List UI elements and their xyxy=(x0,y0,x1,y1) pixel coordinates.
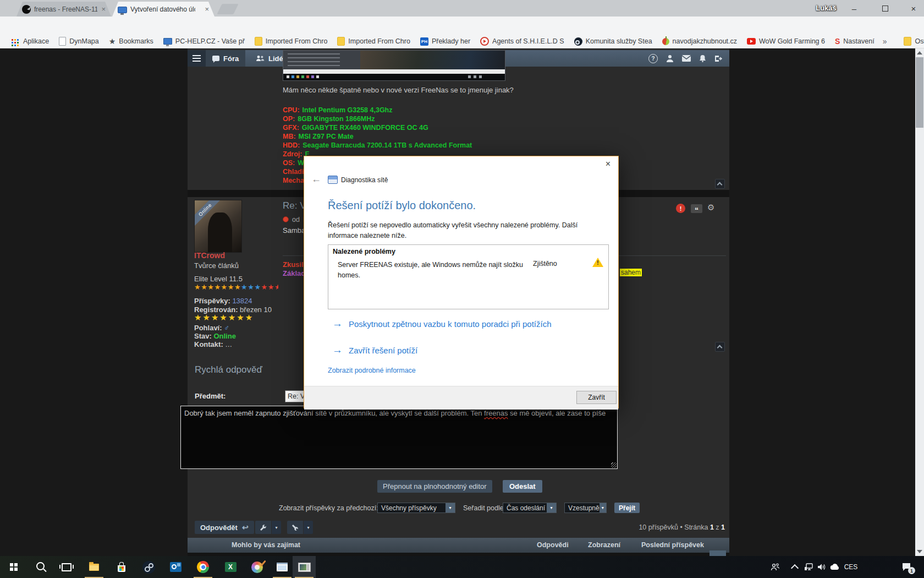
image-viewer-button[interactable] xyxy=(293,556,316,578)
chevron-down-icon[interactable]: ▾ xyxy=(272,521,281,534)
taskbar-search-button[interactable] xyxy=(30,556,53,578)
dialog-close-button[interactable]: Zavřít xyxy=(576,391,617,404)
bookmark-apps[interactable]: Aplikace xyxy=(6,37,54,45)
bookmark-label: Aplikace xyxy=(23,37,49,45)
bookmark-preklady[interactable]: PHPřeklady her xyxy=(415,37,475,46)
scrollbar-up-arrow[interactable] xyxy=(917,51,922,54)
chrome-button[interactable] xyxy=(191,556,215,578)
reply-button[interactable]: Odpovědět ↩ xyxy=(195,521,254,534)
browser-tab-strip: freenas - FreeNAS-11.1-U × Vytvoření dat… xyxy=(0,0,924,17)
browser-scrollbar[interactable] xyxy=(915,48,924,556)
people-tray-button[interactable] xyxy=(768,556,782,578)
post-attachment-image[interactable] xyxy=(283,50,505,81)
dialog-close-icon[interactable]: × xyxy=(606,159,610,169)
bookmark-navod[interactable]: navodjakzhubnout.cz xyxy=(657,37,742,45)
paint-button[interactable] xyxy=(245,556,268,578)
username-link[interactable]: ITCrowd xyxy=(194,251,225,260)
navbar-right-icons: ? xyxy=(648,50,723,67)
bookmark-nastaveni[interactable]: SNastavení xyxy=(830,37,879,46)
chevron-down-icon[interactable]: ▾ xyxy=(304,521,313,534)
posts-filter-select[interactable]: Všechny příspěvky ▾ xyxy=(377,503,455,513)
go-button[interactable]: Přejít xyxy=(614,503,640,513)
online-ribbon: Online xyxy=(194,200,225,230)
unread-post-icon[interactable] xyxy=(283,216,289,222)
windows-logo-icon xyxy=(10,563,13,566)
file-explorer-button[interactable] xyxy=(82,556,106,578)
page-total: 1 xyxy=(721,524,725,531)
sort-select[interactable]: Čas odeslání ▾ xyxy=(503,503,557,513)
topic-tools-button[interactable]: ▾ xyxy=(255,521,281,534)
submit-button[interactable]: Odeslat xyxy=(503,480,542,493)
bookmark-steam[interactable]: Komunita služby Stea xyxy=(569,37,657,46)
posts-count-link[interactable]: 13824 xyxy=(232,297,252,305)
bookmark-agents[interactable]: Agents of S.H.I.E.L.D S xyxy=(475,37,569,46)
close-troubleshooter-link[interactable]: → Zavřít řešení potíží xyxy=(332,344,417,356)
spec-label: HDD: xyxy=(283,141,300,149)
task-view-button[interactable] xyxy=(55,556,78,578)
feedback-link[interactable]: → Poskytnout zpětnou vazbu k tomuto pora… xyxy=(332,318,552,330)
tab-freenas[interactable]: freenas - FreeNAS-11.1-U × xyxy=(16,2,111,17)
status-label: Stav: xyxy=(194,332,212,340)
bookmark-dynmapa[interactable]: DynMapa xyxy=(54,37,104,46)
scrollbar-down-arrow[interactable] xyxy=(917,550,922,553)
column-views[interactable]: Zobrazení xyxy=(588,538,620,553)
column-replies[interactable]: Odpovědi xyxy=(537,538,569,553)
start-button[interactable] xyxy=(2,556,25,578)
posts-label: Příspěvky: xyxy=(194,297,230,305)
attachment-taskbar-region xyxy=(283,74,505,80)
outlook-button[interactable] xyxy=(164,556,187,578)
close-window-button[interactable]: × xyxy=(902,0,924,17)
bookmark-wow[interactable]: WoW Gold Farming 6 xyxy=(742,37,830,45)
microsoft-store-button[interactable] xyxy=(110,556,133,578)
tray-expand-button[interactable] xyxy=(789,556,801,578)
details-link[interactable]: Zobrazit podrobné informace xyxy=(328,367,416,374)
mail-icon[interactable] xyxy=(682,55,691,62)
message-textarea[interactable]: Dobrý tak jsem neměl zapnuto zjišťování … xyxy=(180,406,618,469)
bookmark-imported-1[interactable]: Imported From Chro xyxy=(250,37,333,46)
bookmark-imported-2[interactable]: Imported From Chro xyxy=(332,37,415,46)
language-indicator[interactable]: CES xyxy=(843,556,859,578)
full-editor-button[interactable]: Přepnout na plnohodnotný editor xyxy=(377,480,492,493)
moderator-tools-button[interactable]: ▾ xyxy=(287,521,313,534)
bookmark-other[interactable]: Ostatní záložky xyxy=(899,37,924,46)
new-tab-button[interactable] xyxy=(217,4,238,14)
help-icon[interactable]: ? xyxy=(648,54,658,63)
report-post-button[interactable]: ! xyxy=(676,204,685,213)
window-app-button[interactable] xyxy=(271,556,294,578)
profile-button[interactable]: Lukáš xyxy=(804,4,848,12)
scroll-top-button[interactable] xyxy=(715,342,725,352)
column-last-post[interactable]: Poslední příspěvek xyxy=(641,538,704,553)
maximize-button[interactable] xyxy=(873,0,897,17)
dialog-back-icon[interactable]: ← xyxy=(311,173,321,185)
spec-value: Intel Pentium G3258 4,3Ghz xyxy=(302,106,393,114)
onedrive-tray-icon[interactable] xyxy=(828,556,842,578)
scroll-top-button[interactable] xyxy=(715,179,725,189)
tab-close-icon[interactable]: × xyxy=(97,5,106,13)
bookmark-pchelp[interactable]: PC-HELP.CZ - Vaše př xyxy=(158,37,250,45)
bell-icon[interactable] xyxy=(699,54,706,62)
image-viewer-icon xyxy=(298,563,311,572)
hamburger-menu-icon[interactable] xyxy=(188,50,206,67)
volume-tray-icon[interactable] xyxy=(815,556,828,578)
scrollbar-thumb[interactable] xyxy=(916,57,923,128)
blue-stars-icon: ★★★ xyxy=(241,283,261,291)
bookmarks-overflow-icon[interactable]: » xyxy=(879,37,890,46)
bookmark-label: Překlady her xyxy=(432,37,470,45)
minimize-button[interactable]: – xyxy=(843,0,866,17)
user-icon[interactable] xyxy=(666,54,674,62)
network-tray-icon[interactable] xyxy=(802,556,815,578)
avatar[interactable]: Online xyxy=(194,200,242,253)
order-select[interactable]: Vzestupně ▾ xyxy=(564,503,607,513)
steam-button[interactable] xyxy=(137,556,160,578)
excel-button[interactable]: X xyxy=(219,556,242,578)
tab-close-icon[interactable]: × xyxy=(201,5,209,13)
bookmark-label: Komunita služby Stea xyxy=(586,37,652,45)
quote-post-button[interactable]: “ xyxy=(691,204,702,213)
logout-icon[interactable] xyxy=(714,55,723,62)
post-gear-icon[interactable]: ⚙ xyxy=(707,203,714,212)
spec-value: GIGABYTE RX460 WINDFORCE OC 4G xyxy=(302,124,428,132)
nav-item-forums[interactable]: Fóra xyxy=(206,50,245,67)
bookmark-bookmarks[interactable]: ★Bookmarks xyxy=(104,37,158,45)
contact-icons[interactable]: … xyxy=(225,340,232,348)
tab-topic[interactable]: Vytvoření datového úlož × xyxy=(112,2,215,17)
